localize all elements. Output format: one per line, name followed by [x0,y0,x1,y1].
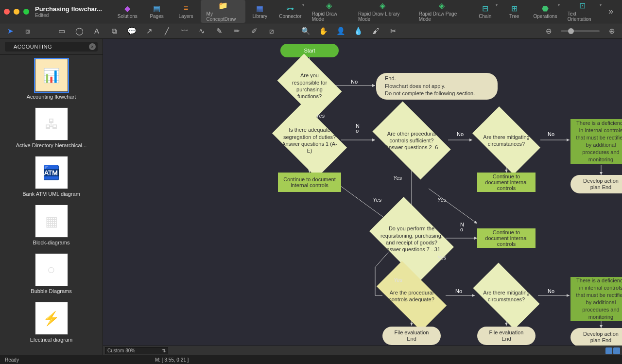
library-item[interactable]: ▦Block-diagrams [2,205,101,245]
flowchart-arrows [103,39,622,355]
toolbar-icon: ◈ [378,1,387,10]
end-terminator-apply[interactable]: End. Flowchart does not apply. Do not co… [376,73,498,100]
library-search-input[interactable] [5,42,98,52]
canvas-viewport[interactable]: Start Are you responsible for purchasing… [103,39,622,355]
edge-yes-5: Yes [373,197,381,203]
brush-tool[interactable]: 🖌 [370,26,381,36]
textbox-tool[interactable]: ⧉ [109,26,120,36]
process-continue-2[interactable]: Continue to document internal controls [477,173,536,192]
maximize-window-button[interactable] [23,9,29,15]
toolbar-library[interactable]: ▦Library [245,0,275,23]
person-tool[interactable]: 👤 [335,26,346,36]
toolbar-label: Pages [150,14,163,19]
toolbar-icon: ⬣ [541,4,550,13]
toolbar-label: Text Orientation [568,11,598,22]
terminator-develop-1[interactable]: Develop action plan End [570,175,622,193]
status-bar: Ready M: [ 3.55, 0.21 ] [0,355,622,364]
terminator-file-2[interactable]: File evaluation End [477,327,536,345]
terminator-file-2-text: File evaluation End [487,329,526,342]
library-item-label: Active Directory hierarchical... [3,142,100,148]
library-item[interactable]: 📊Accounting flowchart [2,59,101,100]
toolbar-chain[interactable]: ⊟Chain▾ [470,0,500,23]
terminator-file-1[interactable]: File evaluation End [382,327,441,345]
toolbar-pages[interactable]: ▤Pages [142,0,172,23]
titlebar: Purchasing flowchar... Edited ◆Solutions… [0,0,622,23]
library-thumbnail: 🖧 [35,107,68,140]
toolbar-label: Tree [509,14,519,19]
process-continue-3[interactable]: Continue to document internal controls [477,228,536,248]
zoom-dropdown[interactable]: Custom 80% ⇅ [105,347,168,354]
toolbar-rapid-draw-mode[interactable]: ◈Rapid Draw Mode [306,0,352,23]
library-item[interactable]: 🖧Active Directory hierarchical... [2,107,101,148]
scribble-tool[interactable]: ∿ [196,26,207,36]
panel-toggle-1-button[interactable] [605,347,612,354]
decision-controls-adequate[interactable]: Are the procedural controls adequate? [380,278,443,314]
hand-tool[interactable]: ✋ [318,26,328,36]
process-continue-1[interactable]: Continue to document internal controls [278,173,341,192]
toolbar-text-orientation[interactable]: ⊡Text Orientation▾ [562,0,604,23]
toolbar-overflow-button[interactable]: » [604,6,618,17]
pen-tool[interactable]: ✎ [214,26,225,36]
decision-mitigating-2[interactable]: Are there mitigating circumstances? [477,278,536,314]
toolbar-rapid-draw-page-mode[interactable]: ◈Rapid Draw Page Mode [413,0,470,23]
pen3-tool[interactable]: ✐ [249,26,259,36]
tool-strip: ➤ ⧈ ▭ ◯ A ⧉ 💬 ↗ ╱ 〰 ∿ ✎ ✏ ✐ ⧄ 🔍 ✋ 👤 💧 🖌 … [0,23,622,39]
decision-mitigating-1[interactable]: Are there mitigating circumstances? [477,121,536,159]
zoom-tool[interactable]: 🔍 [300,26,311,36]
minimize-window-button[interactable] [14,9,19,15]
line-tool[interactable]: ╱ [161,26,172,36]
toolbar-label: Solutions [118,14,138,19]
library-thumbnail: ▦ [35,205,68,238]
library-thumbnail: ⚡ [35,302,68,335]
toolbar-my-conceptdraw[interactable]: 📁My ConceptDraw [201,0,245,23]
pointer-tool[interactable]: ➤ [5,26,16,36]
callout-tool[interactable]: 💬 [126,26,137,36]
toolbar-icon: 📁 [219,1,227,10]
start-terminator[interactable]: Start [280,44,339,57]
canvas[interactable]: Start Are you responsible for purchasing… [103,39,622,355]
decision-requisition-text: Do you perform the requisitioning, purch… [376,221,447,257]
search-clear-button[interactable]: × [89,43,96,50]
process-continue-1-text: Continue to document internal controls [283,176,336,188]
toolbar-connector[interactable]: ⊶Connector▾ [275,0,306,23]
curve-tool[interactable]: 〰 [179,26,190,36]
toolbar-operations[interactable]: ⬣Operations▾ [529,0,562,23]
process-deficiency-2[interactable]: There is a deficiency in internal contro… [570,277,622,321]
zoom-out-button[interactable]: ⊖ [543,26,554,36]
library-item[interactable]: ○Bubble Diagrams [2,253,101,294]
toolbar-label: Rapid Draw Library Mode [358,11,407,22]
eyedropper-tool[interactable]: 💧 [353,26,363,36]
library-item[interactable]: ⚡Electrical diagram [2,302,101,343]
terminator-develop-2[interactable]: Develop action plan End [570,328,622,347]
library-item[interactable]: 🏧Bank ATM UML diagram [2,156,101,197]
zoom-in-button[interactable]: ⊕ [606,26,617,36]
chevron-down-icon: ▾ [600,3,602,7]
process-deficiency-2-text: There is a deficiency in internal contro… [575,277,622,320]
toolbar-items: ◆Solutions▤Pages≡Layers📁My ConceptDraw▦L… [113,0,604,23]
decision-requisition[interactable]: Do you perform the requisitioning, purch… [376,215,447,263]
document-title-block: Purchasing flowchar... Edited [35,5,103,18]
process-continue-2-text: Continue to document internal controls [482,173,531,191]
decision-procedural-sufficient[interactable]: Are other procedural controls sufficient… [378,119,446,162]
crop-select-tool[interactable]: ⧈ [22,26,33,36]
crop-tool[interactable]: ✂ [388,26,398,36]
arrow-tool[interactable]: ↗ [144,26,155,36]
toolbar-tree[interactable]: ⊞Tree [500,0,529,23]
decision-responsible[interactable]: Are you responsible for purchasing funct… [283,67,336,105]
panel-toggle-2-button[interactable] [613,347,620,354]
text-tool[interactable]: A [91,26,102,36]
terminator-develop-1-text: Develop action plan End [580,178,622,191]
process-deficiency-1[interactable]: There is a deficiency in internal contro… [570,119,622,164]
library-item-label: Electrical diagram [3,337,100,343]
toolbar-solutions[interactable]: ◆Solutions [113,0,142,23]
toolbar-layers[interactable]: ≡Layers [172,0,201,23]
ellipse-tool[interactable]: ◯ [74,26,85,36]
convert-tool[interactable]: ⧄ [266,26,277,36]
zoom-slider[interactable] [561,30,600,32]
toolbar-rapid-draw-library-mode[interactable]: ◈Rapid Draw Library Mode [352,0,413,23]
rect-tool[interactable]: ▭ [56,26,67,36]
pen2-tool[interactable]: ✏ [231,26,242,36]
decision-segregation[interactable]: Is there adequate segregation of duties?… [278,119,341,162]
close-window-button[interactable] [4,9,10,15]
decision-responsible-text: Are you responsible for purchasing funct… [283,68,336,104]
